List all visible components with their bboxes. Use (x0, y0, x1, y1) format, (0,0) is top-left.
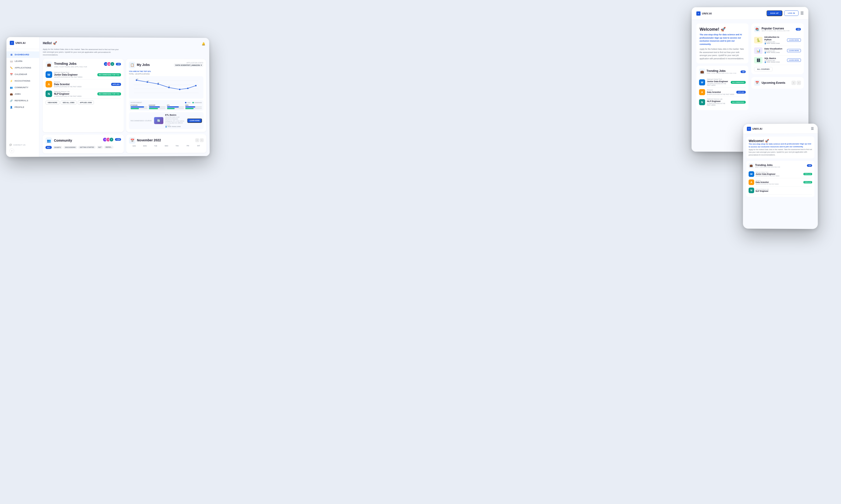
phone-job-nslab[interactable]: N National Science Lab NLP Engineer (749, 186, 812, 195)
sidebar-label-applications: APPLICATIONS (15, 67, 31, 69)
sidebar-item-profile[interactable]: 👤 PROFILE (6, 104, 39, 110)
calendar-title-group: 📅 November 2022 (129, 137, 161, 144)
sql-thumb: 🗄️ (754, 57, 762, 64)
events-icon: 📅 (754, 80, 760, 86)
right-job-amazon[interactable]: A Amazon Data Scientist 58 APPLICATIONS … (699, 88, 746, 97)
greeting: Hello! 🚀 (43, 41, 57, 45)
applied-jobs-button[interactable]: APPLIED JOBS (78, 101, 94, 105)
dataviz-learn-btn[interactable]: LEARN MORE (787, 49, 801, 52)
right-badge-amazon: APPLIED (736, 91, 746, 94)
role-selector[interactable]: DATA SCIENTIST | AMAZON ▾ (174, 64, 204, 67)
community-header: 👥 Community X Y Z +125 (46, 137, 121, 144)
sidebar-item-calendar[interactable]: 📅 CALENDAR (6, 71, 39, 77)
events-next[interactable]: › (796, 81, 801, 85)
contact-us[interactable]: 💬 CONTACT US (9, 142, 36, 147)
expand-button[interactable]: › (9, 148, 14, 153)
view-more-button[interactable]: VIEW MORE (46, 101, 59, 105)
sidebar-item-dashboard[interactable]: ⊞ DASHBOARD (6, 51, 39, 58)
signup-button[interactable]: SIGN UP (767, 10, 783, 16)
events-prev[interactable]: ‹ (791, 81, 796, 85)
phone-logo: ≡ UNIV.AI (747, 127, 762, 131)
calendar-next[interactable]: › (200, 138, 204, 142)
phone-nslab-avatar: N (749, 187, 754, 193)
legend-avg: AVERAGE (192, 102, 202, 103)
welcome-tagline: The one-stop-shop for data science and A… (700, 33, 745, 46)
sql-learn-btn[interactable]: LEARN MORE (787, 58, 801, 61)
title-group: 💼 Trending Jobs JOBS YOUR PEERS ARE APPL… (46, 61, 87, 68)
logo-text-right: UNIV.AI (702, 12, 712, 15)
phone-job-walmart[interactable]: W Walmart Global Tech Junior Data Engine… (749, 170, 812, 178)
nslab-avatar: N (46, 91, 52, 97)
header-right-actions: SIGN UP LOG IN ☰ (767, 10, 804, 16)
sidebar-item-community[interactable]: 👥 COMMUNITY (6, 84, 39, 91)
python-learn-btn[interactable]: LEARN MORE (787, 38, 801, 42)
trending-right-plus: +25 (740, 70, 746, 73)
main-content: Hello! 🚀 🔔 Apply for the hottest Data Jo… (39, 37, 209, 157)
tag-all[interactable]: ALL (46, 146, 52, 149)
community-title: Community (54, 139, 72, 143)
trending-jobs-subtitle: JOBS YOUR PEERS ARE APPLYING FOR (54, 66, 87, 68)
community-tags: ALL DOUBTS DISCUSSIONS GETTING STARTED N… (46, 146, 121, 149)
job-item-amazon[interactable]: A Amazon Data Scientist 58 APPLICATIONS … (46, 79, 121, 89)
popular-courses-title: Popular Courses (761, 27, 790, 30)
calendar-prev[interactable]: ‹ (195, 138, 199, 142)
total-apps: TOTAL: 128 APPLICATIONS (129, 73, 204, 75)
tag-doubts[interactable]: DOUBTS (53, 146, 62, 149)
trending-jobs-title: Trending Jobs (54, 62, 87, 66)
popular-courses-subtitle: WHAT OTHERS ARE ENROLLING FOR (761, 30, 790, 32)
course-dataviz: 📊 Data Visualization Get started with...… (754, 46, 801, 55)
applications-icon: ✏️ (10, 66, 13, 69)
amazon-avatar: A (46, 81, 52, 88)
sidebar-label-dashboard: DASHBOARD (15, 53, 29, 56)
sidebar-item-applications[interactable]: ✏️ APPLICATIONS (6, 65, 39, 71)
job-item-walmart[interactable]: W Walmart Global Tech Junior Data Engine… (46, 70, 121, 80)
sidebar-item-referrals[interactable]: 🔗 REFERRALS (6, 97, 39, 104)
card-header: 💼 Trending Jobs JOBS YOUR PEERS ARE APPL… (46, 61, 121, 68)
phone-badge-walmart: POPULAR (803, 173, 812, 175)
popular-courses-header: 📚 Popular Courses WHAT OTHERS ARE ENROLL… (754, 26, 801, 32)
see-all-jobs-button[interactable]: SEE ALL JOBS (61, 101, 76, 105)
tag-getting-started[interactable]: GETTING STARTED (78, 146, 96, 149)
learn-more-button[interactable]: LEARN MORE (187, 118, 202, 123)
welcome-desc: Apply for the hottest Data Jobs in the m… (700, 48, 745, 60)
course-python-info: Introduction to Python Get started with.… (765, 36, 785, 44)
sidebar-item-jobs[interactable]: 💼 JOBS (6, 91, 39, 97)
sidebar-item-hackathons[interactable]: ⚡ HACKATHONS (6, 77, 39, 84)
trending-jobs-card: 💼 Trending Jobs JOBS YOUR PEERS ARE APPL… (43, 58, 124, 132)
right-badge-walmart: RECOMMENDED (731, 81, 746, 84)
left-column: Welcome! 🚀 The one-stop-shop for data sc… (696, 23, 749, 110)
right-job-walmart[interactable]: W Walmart Global Tech Junior Data Engine… (699, 77, 746, 88)
phone-device: ≡ UNIV.AI ☰ Welcome! 🚀 The one-stop-shop… (743, 124, 818, 229)
rank-text: YOU ARE IN THE TOP 32% (129, 70, 204, 73)
rec-course-label: RECOMMENDED COURSE (131, 120, 152, 122)
all-courses-button[interactable]: ALL COURSES (754, 67, 773, 71)
sidebar-label-calendar: CALENDAR (15, 73, 27, 75)
hamburger-menu[interactable]: ☰ (800, 11, 804, 15)
sidebar-label-referrals: REFERRALS (15, 100, 28, 102)
calendar-nav: ‹ › (195, 138, 204, 142)
phone-hamburger[interactable]: ☰ (811, 127, 814, 130)
phone-job-amazon[interactable]: A Amazon Data Scientist 58 APPLICATIONS … (749, 178, 812, 186)
notification-bell[interactable]: 🔔 (201, 41, 206, 46)
my-jobs-header: 📋 My Jobs APPLICATION STATS DATA SCIENTI… (129, 61, 204, 68)
tag-refer[interactable]: REFER... (104, 146, 114, 149)
hackathons-icon: ⚡ (10, 79, 13, 83)
trending-jobs-icon: 💼 (46, 61, 52, 68)
dataviz-prof: 👤 PROF. RAHUL DAVE (765, 52, 785, 53)
community-avatars: X Y Z +125 (104, 137, 121, 142)
trending-right-icon: 💼 (699, 69, 705, 75)
login-button[interactable]: LOG IN (784, 11, 799, 16)
tag-discussions[interactable]: DISCUSSIONS (63, 146, 77, 149)
trending-right-subtitle: JOBS YOUR PEERS ARE APPLYING FOR (706, 73, 736, 74)
tag-nlp[interactable]: NLP (97, 146, 103, 149)
sidebar-label-profile: PROFILE (15, 106, 24, 108)
job-info-nslab: National Science Lab NLP Engineer 11 APP… (54, 91, 95, 97)
right-job-nslab[interactable]: N National Science Lab NLP Engineer 12 A… (699, 97, 746, 107)
phone-job-info-nslab: National Science Lab NLP Engineer (755, 188, 812, 192)
dashboard-icon: ⊞ (10, 53, 13, 56)
dataviz-thumb: 📊 (754, 47, 762, 54)
profile-icon: 👤 (10, 106, 13, 109)
assessment-label: ASSESSMENT YOU AVERAGE (131, 102, 202, 103)
job-item-nslab[interactable]: N National Science Lab NLP Engineer 11 A… (46, 89, 121, 99)
sidebar-item-learn[interactable]: 📖 LEARN (6, 58, 39, 65)
